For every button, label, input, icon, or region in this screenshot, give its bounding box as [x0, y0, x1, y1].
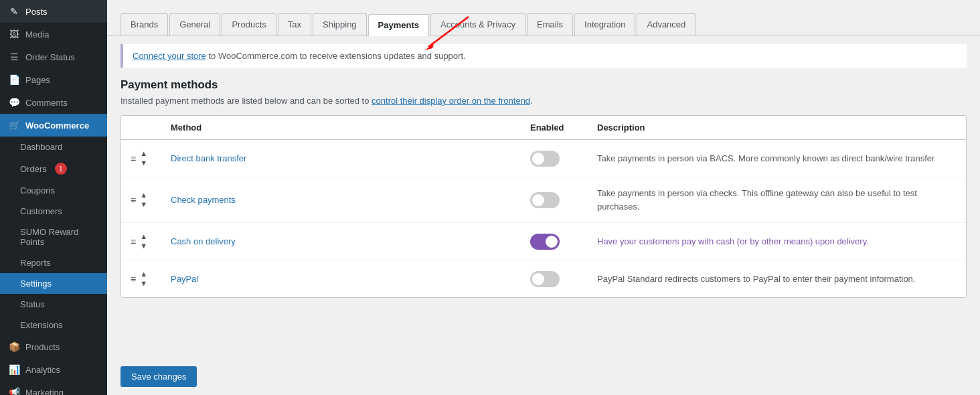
comments-icon: 💬 [8, 96, 20, 108]
products-icon: 📦 [8, 341, 20, 353]
toggle-1[interactable] [530, 151, 597, 167]
toggle-2[interactable] [530, 192, 597, 208]
save-bar: Save changes [107, 358, 980, 395]
sidebar-label-products: Products [25, 342, 60, 352]
sidebar-item-sumo[interactable]: SUMO Reward Points [0, 222, 107, 252]
tabs-container: Brands General Products Tax Shipping Pay… [107, 0, 980, 36]
payment-name-3[interactable]: Cash on delivery [171, 236, 530, 246]
sidebar-item-customers[interactable]: Customers [0, 201, 107, 222]
sidebar-item-orders[interactable]: Orders 1 [0, 157, 107, 180]
drag-controls-2: ≡ ▲ ▼ [131, 191, 171, 209]
toggle-slider-4 [530, 271, 560, 287]
tab-products[interactable]: Products [222, 13, 276, 35]
sidebar-item-dashboard[interactable]: Dashboard [0, 137, 107, 157]
sidebar-item-status[interactable]: Status [0, 294, 107, 315]
tab-emails[interactable]: Emails [527, 13, 573, 35]
analytics-icon: 📊 [8, 364, 20, 376]
move-up-button-1[interactable]: ▲ [139, 149, 149, 158]
payment-desc-1: Take payments in person via BACS. More c… [597, 152, 957, 165]
col-description: Description [597, 123, 957, 133]
drag-handle-icon-3[interactable]: ≡ [131, 236, 136, 247]
enabled-toggle-3[interactable] [530, 234, 560, 250]
sidebar-label-media: Media [25, 29, 49, 40]
payment-methods-table: Method Enabled Description ≡ ▲ ▼ Direct … [120, 115, 967, 298]
enabled-toggle-2[interactable] [530, 192, 560, 208]
move-down-button-3[interactable]: ▼ [139, 242, 149, 250]
sidebar-item-order-status[interactable]: ☰ Order Status [0, 46, 107, 68]
sidebar: ✎ Posts 🖼 Media ☰ Order Status 📄 Pages 💬… [0, 0, 107, 395]
notice-link[interactable]: Connect your store [133, 51, 206, 61]
sidebar-item-marketing[interactable]: 📢 Marketing [0, 381, 107, 395]
sidebar-label-sumo: SUMO Reward Points [20, 227, 99, 247]
sidebar-item-media[interactable]: 🖼 Media [0, 23, 107, 46]
sidebar-item-reports[interactable]: Reports [0, 252, 107, 273]
drag-handle-icon-2[interactable]: ≡ [131, 195, 136, 206]
sidebar-label-customers: Customers [20, 206, 62, 216]
sidebar-label-settings: Settings [20, 279, 52, 289]
move-down-button-4[interactable]: ▼ [139, 279, 149, 288]
move-down-button-2[interactable]: ▼ [139, 200, 149, 209]
drag-controls-3: ≡ ▲ ▼ [131, 232, 171, 250]
enabled-toggle-1[interactable] [530, 151, 560, 167]
sidebar-item-woocommerce[interactable]: 🛒 WooCommerce [0, 114, 107, 137]
payment-name-2[interactable]: Check payments [171, 195, 530, 205]
sidebar-item-extensions[interactable]: Extensions [0, 315, 107, 335]
toggle-slider-1 [530, 151, 560, 167]
sidebar-item-coupons[interactable]: Coupons [0, 180, 107, 201]
table-row: ≡ ▲ ▼ Cash on delivery Have your custome… [121, 223, 966, 260]
sidebar-item-products[interactable]: 📦 Products [0, 335, 107, 358]
payment-desc-4: PayPal Standard redirects customers to P… [597, 272, 957, 286]
sidebar-label-pages: Pages [25, 75, 50, 85]
move-up-button-3[interactable]: ▲ [139, 232, 149, 241]
sidebar-label-reports: Reports [20, 258, 51, 268]
move-up-button-4[interactable]: ▲ [139, 270, 149, 279]
pages-icon: 📄 [8, 74, 20, 86]
section-desc-link[interactable]: control their display order on the front… [372, 96, 530, 106]
woocommerce-icon: 🛒 [8, 119, 20, 131]
table-row: ≡ ▲ ▼ Direct bank transfer Take payments… [121, 140, 966, 177]
toggle-3[interactable] [530, 234, 597, 250]
sidebar-item-analytics[interactable]: 📊 Analytics [0, 358, 107, 381]
notice-banner: Connect your store to WooCommerce.com to… [120, 44, 967, 68]
move-down-button-1[interactable]: ▼ [139, 159, 149, 167]
posts-icon: ✎ [8, 5, 20, 17]
sidebar-label-comments: Comments [25, 98, 68, 108]
sidebar-label-status: Status [20, 299, 45, 309]
sidebar-label-woocommerce: WooCommerce [25, 121, 89, 131]
tab-accounts-privacy[interactable]: Accounts & Privacy [430, 13, 525, 35]
section-title: Payment methods [120, 78, 967, 92]
sidebar-label-coupons: Coupons [20, 185, 55, 195]
section-description: Installed payment methods are listed bel… [120, 96, 967, 106]
move-up-button-2[interactable]: ▲ [139, 191, 149, 200]
table-row: ≡ ▲ ▼ PayPal PayPal Standard redirects c… [121, 260, 966, 297]
sidebar-label-order-status: Order Status [25, 52, 75, 62]
drag-controls-1: ≡ ▲ ▼ [131, 149, 171, 167]
sidebar-item-comments[interactable]: 💬 Comments [0, 91, 107, 114]
tab-integration[interactable]: Integration [574, 13, 635, 35]
sidebar-item-posts[interactable]: ✎ Posts [0, 0, 107, 23]
sidebar-item-settings[interactable]: Settings [0, 273, 107, 294]
media-icon: 🖼 [8, 28, 20, 40]
marketing-icon: 📢 [8, 386, 20, 395]
payment-desc-2: Take payments in person via checks. This… [597, 187, 957, 213]
sidebar-label-posts: Posts [25, 7, 48, 17]
sidebar-item-pages[interactable]: 📄 Pages [0, 68, 107, 91]
tab-tax[interactable]: Tax [278, 13, 311, 35]
tab-payments[interactable]: Payments [368, 14, 429, 36]
tab-advanced[interactable]: Advanced [637, 13, 696, 35]
tab-brands[interactable]: Brands [120, 13, 168, 35]
toggle-4[interactable] [530, 271, 597, 287]
payment-name-1[interactable]: Direct bank transfer [171, 153, 530, 163]
tab-general[interactable]: General [169, 13, 220, 35]
col-enabled: Enabled [530, 123, 597, 133]
enabled-toggle-4[interactable] [530, 271, 560, 287]
tabs-wrapper: Brands General Products Tax Shipping Pay… [107, 0, 980, 36]
drag-handle-icon-1[interactable]: ≡ [131, 153, 136, 164]
save-changes-button[interactable]: Save changes [120, 366, 197, 387]
toggle-slider-3 [530, 234, 560, 250]
payment-name-4[interactable]: PayPal [171, 274, 530, 284]
drag-handle-icon-4[interactable]: ≡ [131, 274, 136, 285]
sidebar-label-dashboard: Dashboard [20, 142, 63, 152]
tab-shipping[interactable]: Shipping [313, 13, 367, 35]
notice-text: to WooCommerce.com to receive extensions… [206, 51, 466, 61]
